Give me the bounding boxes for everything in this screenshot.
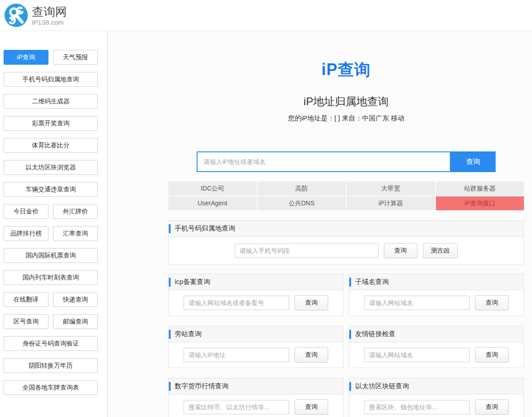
site-title: 查询网 [32,5,67,18]
sidebar-item[interactable]: 区号查询 [4,314,48,329]
sidebar-item[interactable]: 天气预报 [53,50,98,65]
sidebar-row: 彩票开奖查询 [4,116,98,131]
panel-input[interactable] [184,348,289,362]
panel-query-button[interactable]: 查询 [295,347,328,363]
query-panel: 数字货币行情查询查询 [168,378,343,417]
ip-search-input[interactable] [197,151,451,172]
panel-title: 手机号码归属地查询 [175,224,235,233]
panel-input[interactable] [364,348,470,362]
quick-link[interactable]: 站群服务器 [436,182,524,195]
sidebar-row: 身份证号码查询验证 [4,336,98,351]
sidebar-row: 全国各地车牌查询表 [4,380,98,395]
sidebar-item[interactable]: 品牌排行榜 [4,226,48,241]
panel-title: 子域名查询 [355,278,389,286]
sidebar-row: 今日金价外汇牌价 [4,204,98,219]
quick-link[interactable]: IDC公司 [168,182,257,195]
panel-query-button[interactable]: 查询 [295,295,328,311]
sidebar-row: 手机号码归属地查询 [4,72,98,87]
phone-lookup-panel: 手机号码归属地查询 查询 测吉凶 [168,220,524,265]
panel-query-button[interactable]: 查询 [475,399,509,415]
panel-title: 旁站查询 [175,330,202,338]
sidebar-row: 车辆交通违章查询 [4,182,98,197]
section-heading: iP地址归属地查询 [168,94,524,109]
sidebar-item[interactable]: 阴阳转换万年历 [4,358,98,373]
page-title: iP查询 [168,59,524,81]
sidebar-item[interactable]: 邮编查询 [53,314,98,329]
panel-title: 数字货币行情查询 [175,382,229,390]
panel-body: 查询 [349,342,523,368]
panel-input[interactable] [184,296,289,310]
sidebar-item[interactable]: 以太坊区块浏览器 [4,160,98,175]
sidebar-item[interactable]: 体育比赛比分 [4,138,98,153]
panel-body: 查询 [349,290,523,315]
quick-links-grid: IDC公司高防大带宽站群服务器UserAgent公共DNSiP计算器iP查询接口 [168,182,524,210]
panel-query-button[interactable]: 查询 [475,295,509,311]
query-panel-grid: icp备案查询查询子域名查询查询旁站查询查询友情链接检查查询数字货币行情查询查询… [168,274,524,417]
main-area: iP查询 iP地址归属地查询 您的iP地址是：[ ] 来自：中国广东 移动 查询… [108,31,532,417]
sidebar-item[interactable]: iP查询 [4,50,48,65]
query-panel: 友情链接检查查询 [349,326,524,368]
sidebar-row: 以太坊区块浏览器 [4,160,98,175]
wrench-magnifier-icon[interactable] [4,4,28,27]
panel-header: 数字货币行情查询 [169,378,343,395]
panel-header: 手机号码归属地查询 [169,221,523,237]
panel-header: 以太坊区块链查询 [349,378,523,395]
panel-input[interactable] [184,400,289,414]
panel-accent-bar [169,382,171,391]
sidebar-item[interactable]: 汇率查询 [53,226,98,241]
sidebar-item[interactable]: 二维码生成器 [4,94,98,109]
sidebar-item[interactable]: 国内国际机票查询 [4,248,98,263]
sidebar-row: 体育比赛比分 [4,138,98,153]
sidebar-item[interactable]: 彩票开奖查询 [4,116,98,131]
sidebar-row: 国内国际机票查询 [4,248,98,263]
panel-body: 查询 [169,395,343,417]
sidebar-row: iP查询天气预报 [4,50,98,65]
sidebar-item[interactable]: 外汇牌价 [53,204,98,219]
panel-query-button[interactable]: 查询 [295,399,328,415]
quick-link[interactable]: UserAgent [168,196,257,210]
panel-input[interactable] [364,296,470,310]
ip-search-button[interactable]: 查询 [451,151,496,172]
sidebar-item[interactable]: 手机号码归属地查询 [4,72,98,87]
panel-accent-bar [169,224,171,233]
quick-link[interactable]: iP查询接口 [436,196,524,210]
sidebar-item[interactable]: 全国各地车牌查询表 [4,380,98,395]
quick-link[interactable]: 高防 [258,182,346,195]
panel-accent-bar [169,278,171,287]
panel-body: 查询 [349,395,523,417]
sidebar-item[interactable]: 国内列车时刻表查询 [4,270,98,285]
sidebar-item[interactable]: 身份证号码查询验证 [4,336,98,351]
phone-fortune-button[interactable]: 测吉凶 [423,243,458,258]
panel-header: 旁站查询 [169,326,343,342]
sidebar-row: 二维码生成器 [4,94,98,109]
sidebar-row: 区号查询邮编查询 [4,314,98,329]
sidebar-item[interactable]: 快递查询 [53,292,98,307]
phone-query-button[interactable]: 查询 [384,243,418,258]
sidebar-item[interactable]: 车辆交通违章查询 [4,182,98,197]
sidebar-row: 品牌排行榜汇率查询 [4,226,98,241]
quick-link[interactable]: 大带宽 [347,182,435,195]
panel-accent-bar [169,330,171,339]
panel-header: 友情链接检查 [349,326,523,342]
panel-query-button[interactable]: 查询 [475,347,509,363]
sidebar-item[interactable]: 在线翻译 [4,292,48,307]
panel-accent-bar [349,330,351,339]
sidebar-item[interactable]: 今日金价 [4,204,48,219]
sidebar-nav: iP查询天气预报手机号码归属地查询二维码生成器彩票开奖查询体育比赛比分以太坊区块… [0,31,108,417]
quick-link[interactable]: iP计算器 [347,196,435,210]
quick-link[interactable]: 公共DNS [258,196,346,210]
sidebar-row: 阴阳转换万年历 [4,358,98,373]
site-domain: iP138.com [32,18,67,26]
phone-number-input[interactable] [235,244,378,258]
main-content: iP查询 iP地址归属地查询 您的iP地址是：[ ] 来自：中国广东 移动 查询… [168,59,524,417]
query-panel: 以太坊区块链查询查询 [349,378,524,417]
your-ip-info: 您的iP地址是：[ ] 来自：中国广东 移动 [168,114,524,123]
sidebar-row: 国内列车时刻表查询 [4,270,98,285]
panel-input[interactable] [364,400,470,414]
query-panel: icp备案查询查询 [168,274,343,316]
logo-text[interactable]: 查询网 iP138.com [32,5,67,26]
panel-header: 子域名查询 [349,274,523,290]
site-header: 查询网 iP138.com [0,0,532,31]
ip-search-bar: 查询 [197,151,496,172]
query-panel: 旁站查询查询 [168,326,343,368]
